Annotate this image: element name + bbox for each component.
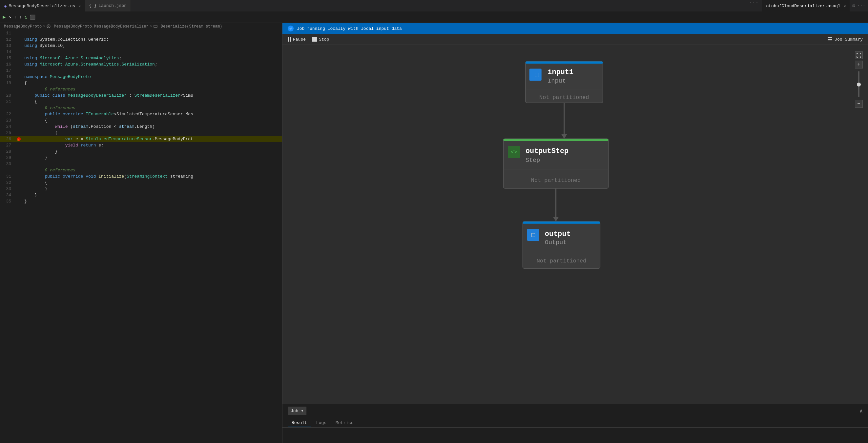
- code-line-11: 11: [0, 30, 282, 36]
- tab-result[interactable]: Result: [288, 419, 311, 427]
- code-line-20: 20 public class MessageBodyDeserializer …: [0, 92, 282, 99]
- debug-restart-icon[interactable]: ↻: [25, 14, 27, 20]
- tab-bar-more-left[interactable]: ···: [746, 0, 762, 11]
- right-panel: Job running locally with local input dat…: [282, 23, 868, 443]
- tab-label-cs: MessageBodyDeserializer.cs: [8, 4, 75, 8]
- tab-close-asaql[interactable]: ✕: [844, 4, 846, 8]
- zoom-slider[interactable]: [858, 71, 860, 97]
- job-summary-label: Job Summary: [835, 37, 863, 42]
- stop-label: Stop: [319, 37, 329, 42]
- svg-rect-28: [523, 222, 600, 224]
- code-editor[interactable]: 11 12 using System.Collections.Generic; …: [0, 30, 282, 443]
- code-line-27: 27 yield return e;: [0, 142, 282, 148]
- code-ref-31: 0 references: [0, 167, 282, 173]
- cs-file-icon: ◈: [4, 3, 6, 9]
- zoom-in-button[interactable]: +: [855, 61, 863, 68]
- job-banner-text: Job running locally with local input dat…: [297, 26, 402, 31]
- svg-text:M: M: [48, 25, 49, 28]
- debug-step-into-icon[interactable]: ↓: [14, 14, 17, 20]
- result-tabs: Result Logs Metrics: [282, 418, 868, 428]
- svg-text:Input: Input: [548, 78, 566, 84]
- tab-launch-json[interactable]: { } launch.json: [85, 0, 131, 11]
- svg-text:⬚: ⬚: [535, 71, 539, 78]
- code-line-15: 15 using Microsoft.Azure.StreamAnalytics…: [0, 55, 282, 61]
- debug-step-out-icon[interactable]: ↑: [19, 14, 22, 20]
- svg-marker-26: [553, 217, 559, 222]
- job-banner-icon: [288, 26, 293, 31]
- code-line-21: 21 {: [0, 99, 282, 105]
- code-line-12: 12 using System.Collections.Generic;: [0, 36, 282, 43]
- svg-text:Not partitioned: Not partitioned: [539, 94, 589, 101]
- code-line-19: 19 {: [0, 80, 282, 86]
- svg-text:Not partitioned: Not partitioned: [531, 177, 581, 183]
- split-editor-icon[interactable]: ⊡: [852, 3, 855, 8]
- code-line-13: 13 using System.IO;: [0, 43, 282, 49]
- code-line-16: 16 using Microsoft.Azure.StreamAnalytics…: [0, 61, 282, 68]
- code-line-33: 33 }: [0, 186, 282, 192]
- svg-text:⬚: ⬚: [531, 232, 535, 239]
- svg-text:outputStep: outputStep: [526, 147, 568, 155]
- stop-icon: [312, 37, 317, 42]
- tab-label-asaql: otobufCloudDeserializer.asaql: [766, 4, 840, 8]
- code-line-34: 34 }: [0, 192, 282, 198]
- breadcrumb-part-2: M MessageBodyProto.MessageBodyDeserializ…: [46, 24, 148, 29]
- svg-text:Output: Output: [545, 239, 567, 246]
- zoom-out-button[interactable]: −: [855, 100, 863, 108]
- job-summary-icon: [827, 37, 833, 42]
- code-ref-20: 0 references: [0, 86, 282, 92]
- stop-button[interactable]: Stop: [312, 37, 329, 42]
- svg-text:input1: input1: [548, 68, 574, 76]
- job-controls: Pause Stop Job Summary: [282, 34, 868, 45]
- svg-rect-8: [526, 62, 603, 64]
- job-select-row: Job ▾ ∧: [282, 404, 868, 418]
- svg-rect-4: [828, 37, 832, 38]
- zoom-controls: + −: [855, 52, 863, 108]
- job-banner: Job running locally with local input dat…: [282, 23, 868, 34]
- svg-rect-6: [828, 41, 832, 41]
- svg-text:output: output: [545, 230, 571, 238]
- code-line-18: 18 namespace MessageBodyProto: [0, 74, 282, 80]
- code-line-32: 32 {: [0, 179, 282, 186]
- tab-metrics[interactable]: Metrics: [332, 419, 358, 427]
- job-select-dropdown[interactable]: Job ▾: [288, 407, 306, 415]
- svg-rect-2: [154, 25, 157, 28]
- code-line-28: 28 }: [0, 148, 282, 155]
- tab-message-body-deserializer[interactable]: ◈ MessageBodyDeserializer.cs ✕: [0, 0, 85, 11]
- code-line-31: 31 public override void Initialize(Strea…: [0, 173, 282, 179]
- diagram-svg: ⬚ input1 Input Not partitioned <> output…: [282, 45, 868, 404]
- svg-rect-5: [828, 39, 832, 40]
- pause-button[interactable]: Pause: [288, 37, 306, 42]
- debug-continue-icon[interactable]: ▶: [3, 14, 6, 20]
- breadcrumb-sep-2: >: [150, 24, 152, 29]
- diagram-area[interactable]: ⬚ input1 Input Not partitioned <> output…: [282, 45, 868, 404]
- debug-stop-icon[interactable]: ⬛: [30, 14, 35, 20]
- svg-text:Not partitioned: Not partitioned: [537, 258, 586, 264]
- code-line-14: 14: [0, 49, 282, 55]
- code-line-17: 17: [0, 68, 282, 74]
- pause-label: Pause: [293, 37, 306, 42]
- job-summary-button[interactable]: Job Summary: [827, 37, 863, 42]
- breadcrumb: MessageBodyProto > M MessageBodyProto.Me…: [0, 23, 282, 30]
- tab-close-cs[interactable]: ✕: [79, 4, 81, 8]
- breadcrumb-part-1[interactable]: MessageBodyProto: [4, 24, 42, 29]
- zoom-slider-thumb[interactable]: [857, 82, 861, 87]
- job-select-chevron-icon: ▾: [301, 408, 304, 413]
- tab-asaql[interactable]: otobufCloudDeserializer.asaql ✕: [762, 0, 849, 11]
- zoom-expand-button[interactable]: [855, 52, 863, 59]
- svg-rect-18: [503, 139, 609, 141]
- svg-text:<>: <>: [510, 149, 517, 155]
- breadcrumb-sep-1: >: [43, 24, 45, 29]
- code-line-35: 35 }: [0, 198, 282, 204]
- code-line-26: ▶ 26 ⚠ var e = SimulatedTemperatureSenso…: [0, 136, 282, 142]
- debug-step-over-icon[interactable]: ↷: [8, 14, 11, 20]
- bottom-panel: Job ▾ ∧ Result Logs Metrics: [282, 404, 868, 443]
- json-file-icon: { }: [89, 3, 96, 8]
- code-line-25: 25 {: [0, 130, 282, 136]
- job-select-label: Job: [291, 409, 298, 413]
- code-line-23: 23 {: [0, 117, 282, 124]
- collapse-panel-button[interactable]: ∧: [860, 408, 863, 414]
- code-line-22: 22 public override IEnumerable<Simulated…: [0, 111, 282, 117]
- tab-bar-more-right[interactable]: ···: [857, 3, 865, 8]
- code-line-30: 30: [0, 161, 282, 167]
- tab-logs[interactable]: Logs: [312, 419, 330, 427]
